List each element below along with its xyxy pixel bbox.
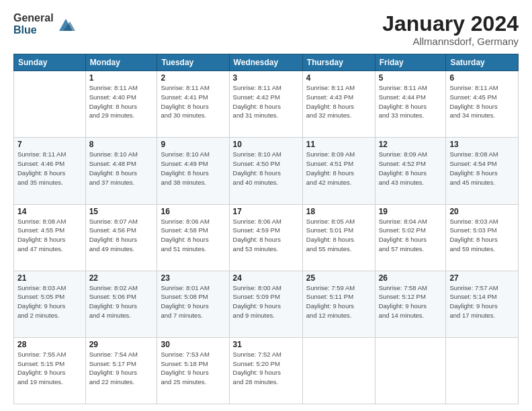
day-number: 7 xyxy=(17,140,82,149)
table-row: 7 Sunrise: 8:11 AMSunset: 4:46 PMDayligh… xyxy=(14,138,86,204)
day-number: 16 xyxy=(161,207,225,216)
table-row: 25 Sunrise: 7:59 AMSunset: 5:11 PMDaylig… xyxy=(302,271,375,337)
day-info: Sunrise: 8:00 AMSunset: 5:09 PMDaylight:… xyxy=(233,283,299,320)
col-sunday: Sunday xyxy=(14,54,86,71)
table-row: 18 Sunrise: 8:05 AMSunset: 5:01 PMDaylig… xyxy=(302,204,375,271)
table-row: 12 Sunrise: 8:09 AMSunset: 4:52 PMDaylig… xyxy=(375,138,446,204)
day-info: Sunrise: 8:08 AMSunset: 4:55 PMDaylight:… xyxy=(17,217,82,254)
day-info: Sunrise: 8:05 AMSunset: 5:01 PMDaylight:… xyxy=(306,217,371,254)
day-number: 4 xyxy=(306,73,371,83)
calendar-header-row: Sunday Monday Tuesday Wednesday Thursday… xyxy=(14,54,519,71)
day-info: Sunrise: 8:03 AMSunset: 5:05 PMDaylight:… xyxy=(17,283,82,320)
day-info: Sunrise: 7:59 AMSunset: 5:11 PMDaylight:… xyxy=(306,283,371,320)
day-number: 23 xyxy=(161,273,225,283)
day-number: 14 xyxy=(17,207,82,216)
day-number: 25 xyxy=(306,273,371,283)
location: Allmannsdorf, Germany xyxy=(382,36,519,47)
calendar-week-row: 1 Sunrise: 8:11 AMSunset: 4:40 PMDayligh… xyxy=(14,71,519,138)
day-number: 8 xyxy=(89,140,154,149)
day-number: 29 xyxy=(89,340,154,349)
col-wednesday: Wednesday xyxy=(229,54,302,71)
table-row: 6 Sunrise: 8:11 AMSunset: 4:45 PMDayligh… xyxy=(446,71,519,138)
table-row: 9 Sunrise: 8:10 AMSunset: 4:49 PMDayligh… xyxy=(157,138,229,204)
day-info: Sunrise: 7:55 AMSunset: 5:15 PMDaylight:… xyxy=(17,350,82,387)
table-row: 1 Sunrise: 8:11 AMSunset: 4:40 PMDayligh… xyxy=(85,71,157,138)
day-info: Sunrise: 8:11 AMSunset: 4:42 PMDaylight:… xyxy=(233,83,299,120)
day-number: 22 xyxy=(89,273,154,283)
day-number: 27 xyxy=(449,273,515,283)
day-info: Sunrise: 8:09 AMSunset: 4:52 PMDaylight:… xyxy=(379,150,443,187)
logo-general: General xyxy=(13,12,54,24)
table-row: 13 Sunrise: 8:08 AMSunset: 4:54 PMDaylig… xyxy=(446,138,519,204)
table-row: 8 Sunrise: 8:10 AMSunset: 4:48 PMDayligh… xyxy=(85,138,157,204)
table-row: 5 Sunrise: 8:11 AMSunset: 4:44 PMDayligh… xyxy=(375,71,446,138)
col-monday: Monday xyxy=(85,54,157,71)
table-row: 3 Sunrise: 8:11 AMSunset: 4:42 PMDayligh… xyxy=(229,71,302,138)
table-row: 2 Sunrise: 8:11 AMSunset: 4:41 PMDayligh… xyxy=(157,71,229,138)
table-row: 11 Sunrise: 8:09 AMSunset: 4:51 PMDaylig… xyxy=(302,138,375,204)
page: General Blue January 2024 Allmannsdorf, … xyxy=(0,0,532,411)
month-title: January 2024 xyxy=(382,12,519,36)
day-number: 5 xyxy=(379,73,443,83)
day-info: Sunrise: 8:06 AMSunset: 4:58 PMDaylight:… xyxy=(161,217,225,254)
day-number: 11 xyxy=(306,140,371,149)
table-row: 23 Sunrise: 8:01 AMSunset: 5:08 PMDaylig… xyxy=(157,271,229,337)
day-info: Sunrise: 7:57 AMSunset: 5:14 PMDaylight:… xyxy=(449,283,515,320)
logo-text: General Blue xyxy=(13,12,54,36)
col-saturday: Saturday xyxy=(446,54,519,71)
day-info: Sunrise: 8:10 AMSunset: 4:49 PMDaylight:… xyxy=(161,150,225,187)
table-row: 28 Sunrise: 7:55 AMSunset: 5:15 PMDaylig… xyxy=(14,337,86,404)
day-number: 10 xyxy=(233,140,299,149)
day-info: Sunrise: 7:53 AMSunset: 5:18 PMDaylight:… xyxy=(161,350,225,387)
day-number: 31 xyxy=(233,340,299,349)
table-row: 21 Sunrise: 8:03 AMSunset: 5:05 PMDaylig… xyxy=(14,271,86,337)
day-info: Sunrise: 8:09 AMSunset: 4:51 PMDaylight:… xyxy=(306,150,371,187)
day-info: Sunrise: 8:06 AMSunset: 4:59 PMDaylight:… xyxy=(233,217,299,254)
day-info: Sunrise: 8:07 AMSunset: 4:56 PMDaylight:… xyxy=(89,217,154,254)
table-row: 16 Sunrise: 8:06 AMSunset: 4:58 PMDaylig… xyxy=(157,204,229,271)
day-info: Sunrise: 7:52 AMSunset: 5:20 PMDaylight:… xyxy=(233,350,299,387)
table-row: 22 Sunrise: 8:02 AMSunset: 5:06 PMDaylig… xyxy=(85,271,157,337)
table-row: 14 Sunrise: 8:08 AMSunset: 4:55 PMDaylig… xyxy=(14,204,86,271)
calendar-week-row: 21 Sunrise: 8:03 AMSunset: 5:05 PMDaylig… xyxy=(14,271,519,337)
table-row: 15 Sunrise: 8:07 AMSunset: 4:56 PMDaylig… xyxy=(85,204,157,271)
day-number: 6 xyxy=(449,73,515,83)
col-tuesday: Tuesday xyxy=(157,54,229,71)
col-friday: Friday xyxy=(375,54,446,71)
table-row: 26 Sunrise: 7:58 AMSunset: 5:12 PMDaylig… xyxy=(375,271,446,337)
day-number: 30 xyxy=(161,340,225,349)
day-info: Sunrise: 8:01 AMSunset: 5:08 PMDaylight:… xyxy=(161,283,225,320)
day-info: Sunrise: 8:08 AMSunset: 4:54 PMDaylight:… xyxy=(449,150,515,187)
day-info: Sunrise: 8:02 AMSunset: 5:06 PMDaylight:… xyxy=(89,283,154,320)
day-info: Sunrise: 8:04 AMSunset: 5:02 PMDaylight:… xyxy=(379,217,443,254)
day-number: 18 xyxy=(306,207,371,216)
table-row: 4 Sunrise: 8:11 AMSunset: 4:43 PMDayligh… xyxy=(302,71,375,138)
table-row: 10 Sunrise: 8:10 AMSunset: 4:50 PMDaylig… xyxy=(229,138,302,204)
day-number: 20 xyxy=(449,207,515,216)
day-info: Sunrise: 8:11 AMSunset: 4:43 PMDaylight:… xyxy=(306,83,371,120)
table-row xyxy=(302,337,375,404)
table-row: 24 Sunrise: 8:00 AMSunset: 5:09 PMDaylig… xyxy=(229,271,302,337)
day-info: Sunrise: 8:11 AMSunset: 4:44 PMDaylight:… xyxy=(379,83,443,120)
day-info: Sunrise: 7:58 AMSunset: 5:12 PMDaylight:… xyxy=(379,283,443,320)
day-info: Sunrise: 8:10 AMSunset: 4:50 PMDaylight:… xyxy=(233,150,299,187)
day-info: Sunrise: 8:11 AMSunset: 4:41 PMDaylight:… xyxy=(161,83,225,120)
day-number: 21 xyxy=(17,273,82,283)
day-info: Sunrise: 8:10 AMSunset: 4:48 PMDaylight:… xyxy=(89,150,154,187)
logo-icon xyxy=(56,15,75,34)
table-row: 30 Sunrise: 7:53 AMSunset: 5:18 PMDaylig… xyxy=(157,337,229,404)
table-row: 17 Sunrise: 8:06 AMSunset: 4:59 PMDaylig… xyxy=(229,204,302,271)
day-number: 26 xyxy=(379,273,443,283)
day-number: 12 xyxy=(379,140,443,149)
table-row xyxy=(375,337,446,404)
header: General Blue January 2024 Allmannsdorf, … xyxy=(13,12,519,47)
day-number: 13 xyxy=(449,140,515,149)
calendar-week-row: 7 Sunrise: 8:11 AMSunset: 4:46 PMDayligh… xyxy=(14,138,519,204)
table-row: 20 Sunrise: 8:03 AMSunset: 5:03 PMDaylig… xyxy=(446,204,519,271)
day-number: 1 xyxy=(89,73,154,83)
logo-blue: Blue xyxy=(13,24,54,36)
col-thursday: Thursday xyxy=(302,54,375,71)
table-row xyxy=(446,337,519,404)
day-number: 17 xyxy=(233,207,299,216)
day-number: 24 xyxy=(233,273,299,283)
